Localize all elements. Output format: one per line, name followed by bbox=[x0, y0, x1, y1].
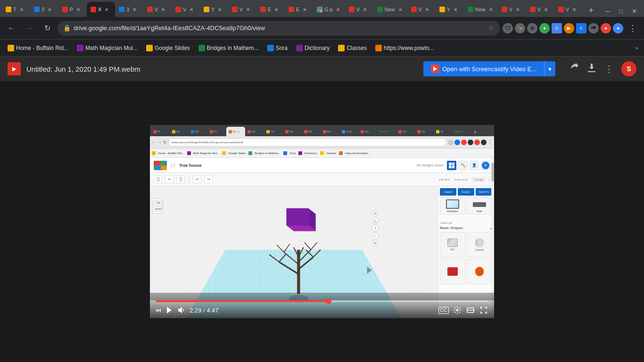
bookmark-bridges[interactable]: Bridges in Mathem... bbox=[195, 41, 263, 55]
extension-icon-7[interactable]: K bbox=[576, 23, 586, 33]
video-progress-bar[interactable] bbox=[156, 300, 488, 302]
settings-button[interactable] bbox=[453, 306, 462, 314]
extension-icon-4[interactable]: ● bbox=[539, 23, 550, 33]
tab-11[interactable]: E ✕ bbox=[285, 2, 313, 17]
volume-button[interactable] bbox=[177, 306, 186, 314]
tc-box-red-preview bbox=[447, 267, 458, 276]
extension-icon-9[interactable]: ● bbox=[601, 23, 611, 33]
tab-5[interactable]: 3 ✕ bbox=[115, 2, 143, 17]
tab-close-1[interactable]: ✕ bbox=[18, 6, 25, 13]
new-tab-button[interactable]: + bbox=[585, 4, 598, 17]
close-button[interactable]: ✕ bbox=[628, 7, 640, 15]
url-input[interactable]: drive.google.com/file/d/1aeYgRet4a-IEes8… bbox=[74, 25, 486, 32]
tc-back: ← bbox=[152, 140, 156, 145]
bookmark-powto[interactable]: https://www.powto... bbox=[372, 41, 438, 55]
tab-close-18[interactable]: ✕ bbox=[514, 6, 521, 13]
bookmark-favicon-2 bbox=[77, 45, 83, 51]
tab-close-16[interactable]: ✕ bbox=[452, 6, 459, 13]
video-progress-thumb[interactable] bbox=[326, 298, 331, 304]
tab-16[interactable]: Y ✕ bbox=[436, 2, 464, 17]
play-pause-button[interactable] bbox=[165, 306, 173, 314]
bookmark-label-8: https://www.powto... bbox=[384, 45, 434, 51]
tab-14-new[interactable]: New ✕ bbox=[373, 2, 407, 17]
tc-shape-cylinder: Cylinder bbox=[467, 232, 492, 257]
tab-17-new[interactable]: New ✕ bbox=[464, 2, 498, 17]
extension-icon-5[interactable]: G bbox=[552, 23, 562, 33]
tab-6[interactable]: V ✕ bbox=[143, 2, 172, 17]
extension-icon-10[interactable]: ● bbox=[613, 23, 623, 33]
tab-4-active[interactable]: X ✕ bbox=[87, 2, 115, 17]
tab-close-13[interactable]: ✕ bbox=[362, 6, 368, 13]
bookmark-dictionary[interactable]: Dictionary bbox=[292, 41, 333, 55]
theater-mode-button[interactable] bbox=[466, 306, 475, 314]
bookmark-classes[interactable]: Classes bbox=[334, 41, 371, 55]
tc-ext-5 bbox=[474, 140, 480, 145]
refresh-button[interactable]: ↻ bbox=[40, 21, 55, 36]
tc-workplane-ruler: Workplane bbox=[440, 197, 492, 214]
open-with-dropdown-button[interactable]: ▾ bbox=[544, 61, 555, 76]
extension-icon-1[interactable]: 🛡 bbox=[503, 23, 513, 33]
minimize-button[interactable]: ─ bbox=[602, 7, 614, 15]
extension-icon-3[interactable]: ⊞ bbox=[527, 23, 537, 33]
more-options-button[interactable]: ⋮ bbox=[625, 21, 640, 36]
tab-close-9[interactable]: ✕ bbox=[245, 6, 251, 13]
tab-close-19[interactable]: ✕ bbox=[543, 6, 549, 13]
tc-favicon-7 bbox=[285, 130, 289, 133]
tab-10[interactable]: E ✕ bbox=[256, 2, 285, 17]
tab-close-5[interactable]: ✕ bbox=[131, 6, 138, 13]
forward-button[interactable]: → bbox=[22, 21, 37, 36]
tab-close-2[interactable]: ✕ bbox=[46, 6, 53, 13]
tab-close-20[interactable]: ✕ bbox=[571, 6, 578, 13]
extension-icon-6[interactable]: ▶ bbox=[564, 23, 574, 33]
bookmarks-expand[interactable]: » bbox=[633, 45, 640, 51]
more-actions-button[interactable]: ⋮ bbox=[604, 63, 614, 74]
download-button[interactable] bbox=[586, 63, 597, 75]
bookmark-slides[interactable]: Google Slides bbox=[142, 41, 194, 55]
open-with-button[interactable]: Open with Screencastify Video E... bbox=[423, 61, 544, 76]
bookmark-buffalo[interactable]: Home - Buffalo Rid... bbox=[4, 41, 72, 55]
tab-close-11[interactable]: ✕ bbox=[301, 6, 308, 13]
tab-13[interactable]: V ✕ bbox=[345, 2, 373, 17]
tab-19[interactable]: V ✕ bbox=[526, 2, 554, 17]
svg-marker-0 bbox=[433, 66, 437, 71]
tab-20[interactable]: V ✕ bbox=[554, 2, 583, 17]
extension-icon-2[interactable]: 🦆 bbox=[515, 23, 525, 33]
captions-button[interactable]: CC bbox=[438, 307, 449, 314]
tc-doc-icon: 📄 bbox=[171, 163, 175, 167]
rewind-button[interactable]: ⏮ bbox=[156, 307, 161, 313]
tab-close-17[interactable]: ✕ bbox=[487, 6, 494, 13]
tab-close-14[interactable]: ✕ bbox=[397, 6, 404, 13]
tab-12[interactable]: G p ✕ bbox=[313, 2, 345, 17]
tab-2[interactable]: 3 ✕ bbox=[30, 2, 58, 17]
address-bar[interactable]: 🔒 drive.google.com/file/d/1aeYgRet4a-IEe… bbox=[58, 21, 500, 36]
fullscreen-button[interactable] bbox=[479, 306, 488, 314]
tab-close-8[interactable]: ✕ bbox=[216, 6, 223, 13]
tc-favicon-13 bbox=[417, 130, 421, 133]
tc-shapes-grid: Box Cylinder bbox=[440, 232, 492, 284]
tc-tab-bar: Pr Ke 3D Pr bbox=[150, 125, 494, 136]
tab-8[interactable]: Y ✕ bbox=[200, 2, 228, 17]
tab-close-15[interactable]: ✕ bbox=[424, 6, 430, 13]
tab-18[interactable]: V ✕ bbox=[498, 2, 526, 17]
tab-close-4[interactable]: ✕ bbox=[103, 6, 110, 13]
bookmark-math[interactable]: Math Magician Mul... bbox=[73, 41, 141, 55]
tab-close-12[interactable]: ✕ bbox=[335, 6, 341, 13]
tab-1[interactable]: T ✕ bbox=[2, 2, 30, 17]
tab-close-10[interactable]: ✕ bbox=[273, 6, 280, 13]
extension-icon-8[interactable]: 🗺 bbox=[588, 23, 599, 33]
drive-share-button[interactable] bbox=[569, 63, 579, 75]
bookmark-sora[interactable]: Sora bbox=[264, 41, 291, 55]
tab-close-3[interactable]: ✕ bbox=[75, 6, 82, 13]
back-button[interactable]: ← bbox=[4, 21, 19, 36]
tab-7[interactable]: V ✕ bbox=[172, 2, 200, 17]
tc-bm-fav-3 bbox=[222, 151, 226, 155]
tab-15[interactable]: V ✕ bbox=[407, 2, 436, 17]
tab-close-6[interactable]: ✕ bbox=[160, 6, 166, 13]
tab-favicon-13 bbox=[349, 7, 355, 12]
tab-3[interactable]: P ✕ bbox=[58, 2, 87, 17]
tc-copy-btn: 📋 bbox=[154, 175, 162, 184]
tab-close-7[interactable]: ✕ bbox=[188, 6, 195, 13]
user-avatar[interactable]: S bbox=[621, 61, 636, 76]
maximize-button[interactable]: □ bbox=[615, 7, 627, 15]
tab-9[interactable]: V ✕ bbox=[228, 2, 256, 17]
